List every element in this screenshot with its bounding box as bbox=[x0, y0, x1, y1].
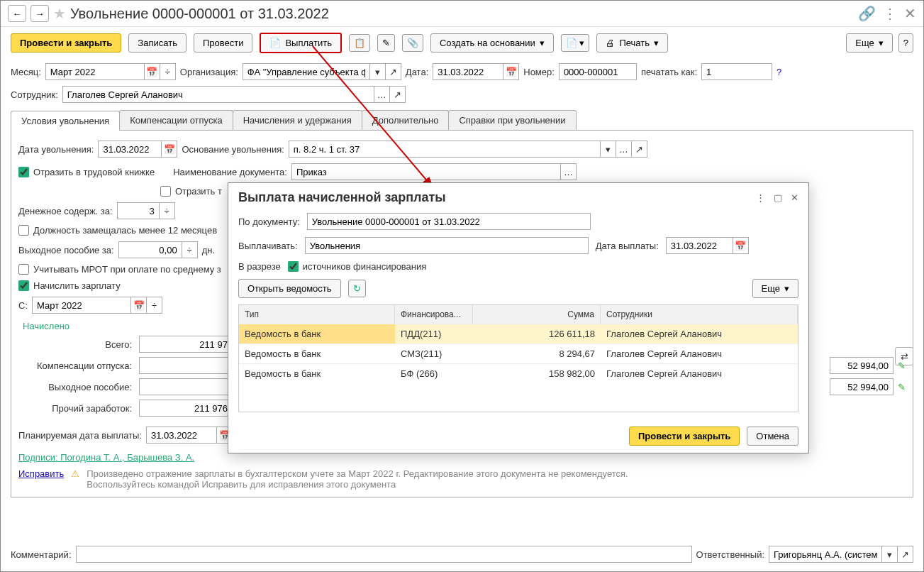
pay-date-label: Дата выплаты: bbox=[596, 241, 659, 251]
severance-unit: дн. bbox=[202, 245, 215, 255]
dialog-more-button[interactable]: Еще ▾ bbox=[752, 279, 798, 298]
severance-label: Выходное пособие за: bbox=[18, 245, 114, 255]
more-button[interactable]: Еще ▾ bbox=[846, 33, 892, 53]
sheet-icon-button[interactable]: 📋 bbox=[349, 34, 370, 52]
title-actions: 🔗 ⋮ ✕ bbox=[858, 5, 916, 22]
window-title: Увольнение 0000-000001 от 31.03.2022 bbox=[70, 6, 854, 22]
tab-additional[interactable]: Дополнительно bbox=[362, 110, 450, 130]
pay-date-input[interactable] bbox=[666, 237, 733, 254]
ellipsis-icon[interactable]: … bbox=[374, 86, 390, 103]
help-button[interactable]: ? bbox=[898, 33, 913, 53]
window-menu-icon[interactable]: ⋮ bbox=[883, 5, 897, 22]
open-icon[interactable]: ↗ bbox=[632, 141, 647, 158]
from-input[interactable] bbox=[32, 297, 131, 314]
post-and-close-button[interactable]: Провести и закрыть bbox=[11, 33, 121, 53]
dropdown-icon[interactable]: ▾ bbox=[601, 141, 616, 158]
open-icon[interactable]: ↗ bbox=[390, 86, 406, 103]
clip-icon-button[interactable]: 📎 bbox=[402, 34, 423, 52]
date-input[interactable] bbox=[433, 63, 503, 80]
less12-checkbox[interactable]: Должность замещалась менее 12 месяцев bbox=[18, 225, 217, 236]
money-input[interactable] bbox=[117, 202, 160, 219]
org-label: Организация: bbox=[180, 67, 238, 77]
doc-name-input[interactable] bbox=[291, 163, 561, 180]
dialog-close-icon[interactable]: ✕ bbox=[791, 192, 798, 203]
dropdown-icon[interactable]: ▾ bbox=[882, 546, 898, 563]
refresh-side-button[interactable]: ⇄ bbox=[895, 347, 913, 365]
col-type[interactable]: Тип bbox=[239, 305, 395, 324]
org-input[interactable] bbox=[243, 63, 370, 80]
stepper-icon[interactable]: ÷ bbox=[160, 202, 175, 219]
open-sheet-button[interactable]: Открыть ведомость bbox=[238, 279, 341, 298]
print-button[interactable]: 🖨 Печать ▾ bbox=[596, 33, 668, 53]
calendar-icon[interactable]: 📅 bbox=[733, 237, 749, 254]
reason-input[interactable] bbox=[289, 141, 601, 158]
save-button[interactable]: Записать bbox=[128, 33, 187, 53]
window-close-icon[interactable]: ✕ bbox=[904, 5, 916, 22]
signatures-link[interactable]: Подписи: Погодина Т. А., Барышева З. А. bbox=[18, 452, 194, 463]
in-cut-checkbox[interactable]: источников финансирования bbox=[288, 261, 427, 272]
dialog-cancel-button[interactable]: Отмена bbox=[747, 427, 798, 446]
reflect-t-checkbox[interactable]: Отразить т bbox=[160, 186, 222, 197]
ellipsis-icon[interactable]: … bbox=[616, 141, 632, 158]
calendar-icon[interactable]: 📅 bbox=[145, 63, 160, 80]
table-row[interactable]: Ведомость в банк ПДД(211) 126 611,18 Гла… bbox=[239, 324, 798, 343]
open-icon[interactable]: ↗ bbox=[898, 546, 913, 563]
month-input[interactable] bbox=[45, 63, 145, 80]
pay-input[interactable] bbox=[305, 237, 589, 254]
col-sum[interactable]: Сумма bbox=[473, 305, 601, 324]
right-total-2[interactable] bbox=[830, 378, 894, 395]
print-as-label: печатать как: bbox=[641, 67, 697, 77]
reflect-workbook-checkbox[interactable]: Отразить в трудовой книжке bbox=[18, 167, 155, 177]
dismiss-date-input[interactable] bbox=[98, 141, 162, 158]
accrue-checkbox[interactable]: Начислить зарплату bbox=[18, 280, 121, 291]
calendar-icon[interactable]: 📅 bbox=[503, 63, 519, 80]
col-emp[interactable]: Сотрудники bbox=[601, 305, 798, 324]
forward-button[interactable]: → bbox=[30, 5, 49, 22]
tab-references[interactable]: Справки при увольнении bbox=[448, 110, 576, 130]
pencil-icon[interactable]: ✎ bbox=[898, 382, 906, 392]
ellipsis-icon[interactable]: … bbox=[561, 163, 577, 180]
favorite-star-icon[interactable]: ★ bbox=[53, 5, 66, 22]
tab-dismissal-conditions[interactable]: Условия увольнения bbox=[11, 111, 120, 131]
fix-link[interactable]: Исправить bbox=[18, 468, 64, 479]
responsible-input[interactable] bbox=[769, 546, 882, 563]
create-on-base-button[interactable]: Создать на основании ▾ bbox=[430, 33, 554, 53]
copy-icon-button[interactable]: 📄 ▾ bbox=[561, 34, 590, 52]
stepper-icon[interactable]: ÷ bbox=[160, 63, 176, 80]
in-cut-label: В разрезе bbox=[238, 261, 281, 272]
from-label: С: bbox=[18, 300, 28, 311]
severance-input[interactable] bbox=[118, 241, 182, 258]
tab-vacation-comp[interactable]: Компенсации отпуска bbox=[119, 110, 233, 130]
planned-date-input[interactable] bbox=[146, 427, 217, 444]
print-as-input[interactable] bbox=[701, 63, 772, 80]
money-label: Денежное содерж. за: bbox=[18, 206, 113, 216]
dropdown-icon[interactable]: ▾ bbox=[370, 63, 386, 80]
dialog-menu-icon[interactable]: ⋮ bbox=[756, 192, 765, 203]
employee-input[interactable] bbox=[62, 86, 374, 103]
calendar-icon[interactable]: 📅 bbox=[131, 297, 147, 314]
calendar-icon[interactable]: 📅 bbox=[162, 141, 177, 158]
table-row[interactable]: Ведомость в банк БФ (266) 158 982,00 Гла… bbox=[239, 363, 798, 383]
table-row[interactable]: Ведомость в банк СМЗ(211) 8 294,67 Глаго… bbox=[239, 343, 798, 363]
stepper-icon[interactable]: ÷ bbox=[182, 241, 198, 258]
help-icon[interactable]: ? bbox=[777, 67, 781, 77]
comment-input[interactable] bbox=[76, 546, 692, 563]
tab-accruals[interactable]: Начисления и удержания bbox=[233, 110, 362, 130]
open-icon[interactable]: ↗ bbox=[386, 63, 401, 80]
stepper-icon[interactable]: ÷ bbox=[147, 297, 162, 314]
refresh-button[interactable]: ↻ bbox=[348, 280, 366, 297]
col-fin[interactable]: Финансирова... bbox=[395, 305, 473, 324]
back-button[interactable]: ← bbox=[8, 5, 26, 22]
by-doc-input bbox=[307, 213, 591, 230]
mrot-checkbox[interactable]: Учитывать МРОТ при оплате по среднему з bbox=[18, 264, 221, 275]
dialog-ok-button[interactable]: Провести и закрыть bbox=[629, 427, 740, 446]
edit-icon-button[interactable]: ✎ bbox=[377, 34, 395, 52]
pay-button[interactable]: 📄 Выплатить bbox=[260, 33, 342, 53]
number-input[interactable] bbox=[559, 63, 637, 80]
dialog-maximize-icon[interactable]: ▢ bbox=[774, 192, 782, 203]
copy-link-icon[interactable]: 🔗 bbox=[858, 5, 876, 22]
right-total-1[interactable] bbox=[830, 357, 894, 374]
warning-icon: ⚠ bbox=[71, 468, 79, 479]
by-doc-label: По документу: bbox=[238, 216, 300, 227]
post-button[interactable]: Провести bbox=[194, 33, 253, 53]
